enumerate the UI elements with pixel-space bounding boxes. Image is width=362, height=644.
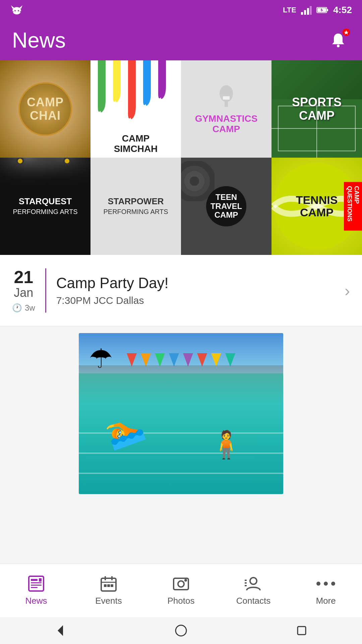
svg-rect-48: [111, 584, 113, 587]
nav-photos-label: Photos: [168, 596, 195, 606]
nav-item-contacts[interactable]: Contacts: [217, 575, 290, 606]
nav-news-label: News: [25, 596, 47, 606]
bottom-nav: News Events Photos Contacts: [0, 564, 362, 617]
starquest-cell[interactable]: STARQUESTPERFORMING ARTS: [0, 158, 90, 255]
svg-rect-19: [225, 100, 228, 107]
svg-rect-37: [31, 579, 38, 581]
flag-1: [127, 353, 137, 367]
back-button[interactable]: [50, 621, 70, 641]
camp-simchah-cell[interactable]: CAMPSIMCHAH: [90, 60, 181, 158]
status-left: [10, 3, 23, 17]
news-icon: [27, 575, 45, 592]
svg-point-4: [18, 10, 19, 11]
gymnastics-icon: [213, 84, 240, 110]
camp-questions-tab[interactable]: CAMP QUESTIONS: [344, 182, 362, 231]
event-detail-arrow[interactable]: ›: [345, 281, 350, 300]
flag-6: [197, 353, 207, 367]
svg-rect-53: [245, 580, 247, 581]
svg-marker-1: [11, 5, 14, 9]
gymnastics-camp-cell[interactable]: GYMNASTICSCAMP: [181, 60, 272, 158]
flag-2: [141, 353, 151, 367]
clock-display: 4:52: [333, 5, 352, 15]
svg-rect-10: [304, 10, 306, 15]
event-age-info: 🕐 3w: [12, 303, 35, 313]
svg-rect-12: [310, 6, 312, 15]
header: News: [0, 20, 362, 60]
flag-5: [183, 353, 193, 367]
event-title: Camp Party Day!: [56, 275, 335, 291]
event-card[interactable]: 21 Jan 🕐 3w Camp Party Day! 7:30PM JCC D…: [0, 255, 362, 326]
gymnastics-camp-label: GYMNASTICSCAMP: [195, 114, 258, 135]
nav-more-label: More: [316, 596, 336, 606]
svg-rect-11: [307, 8, 309, 15]
tennis-camp-cell[interactable]: TENNISCAMP CAMP QUESTIONS: [272, 158, 362, 255]
lte-icon: LTE: [283, 6, 296, 14]
sports-camp-cell[interactable]: SPORTSCAMP: [272, 60, 362, 158]
flag-4: [169, 353, 179, 367]
svg-rect-38: [31, 582, 42, 583]
starpower-label: STARPOWERPERFORMING ARTS: [104, 197, 168, 216]
svg-rect-21: [223, 98, 230, 100]
event-location: 7:30PM JCC Dallas: [56, 295, 335, 306]
teen-travel-cell[interactable]: TEENTRAVELCAMP: [181, 158, 272, 255]
cat-icon: [10, 3, 23, 17]
svg-rect-14: [327, 9, 328, 11]
svg-rect-58: [298, 627, 306, 635]
event-time-ago: 3w: [25, 303, 35, 313]
nav-item-news[interactable]: News: [0, 575, 72, 606]
standing-person-icon: 🧍: [209, 429, 243, 461]
camp-simchah-label: CAMPSIMCHAH: [114, 133, 158, 154]
recents-icon: [295, 624, 308, 637]
notification-badge: [343, 29, 350, 36]
signal-icon: [301, 5, 312, 15]
status-icons: LTE 4:52: [283, 5, 352, 15]
svg-rect-40: [31, 587, 38, 588]
flag-3: [155, 353, 165, 367]
svg-rect-54: [245, 582, 247, 584]
svg-rect-39: [31, 585, 42, 586]
svg-point-16: [337, 45, 340, 47]
svg-point-3: [14, 10, 16, 11]
bleachers: [79, 365, 283, 406]
svg-rect-47: [107, 584, 110, 587]
recents-button[interactable]: [292, 621, 312, 641]
starquest-label: STARQUESTPERFORMING ARTS: [13, 197, 78, 216]
svg-rect-41: [39, 578, 42, 582]
tennis-camp-label: TENNISCAMP: [296, 194, 338, 219]
svg-marker-56: [58, 625, 63, 636]
events-icon: [100, 575, 117, 592]
camp-chai-label: CAMPCHAI: [27, 96, 64, 122]
svg-marker-17: [344, 30, 349, 35]
event-info: Camp Party Day! 7:30PM JCC Dallas: [56, 275, 335, 306]
flag-7: [211, 353, 221, 367]
battery-icon: [316, 6, 328, 14]
nav-item-more[interactable]: More: [290, 575, 362, 606]
contacts-icon: [245, 575, 262, 592]
camp-chai-cell[interactable]: CAMPCHAI: [0, 60, 90, 158]
status-bar: LTE 4:52: [0, 0, 362, 20]
starpower-cell[interactable]: STARPOWERPERFORMING ARTS: [90, 158, 181, 255]
camp-grid: CAMPCHAI CAMPSIMCHAH: [0, 60, 362, 255]
nav-item-photos[interactable]: Photos: [145, 575, 217, 606]
photos-icon: [172, 575, 190, 592]
teen-travel-label: TEENTRAVELCAMP: [210, 193, 242, 219]
nav-item-events[interactable]: Events: [72, 575, 145, 606]
svg-rect-20: [223, 96, 230, 98]
clock-icon: 🕐: [12, 303, 22, 313]
sports-camp-label: SPORTSCAMP: [292, 96, 342, 122]
svg-rect-55: [245, 585, 247, 586]
svg-point-29: [18, 159, 22, 163]
page-title: News: [12, 28, 66, 53]
system-nav: [0, 617, 362, 644]
home-icon: [174, 624, 188, 637]
notifications-button[interactable]: [326, 29, 350, 52]
more-dots-icon: [316, 575, 335, 592]
nav-events-label: Events: [95, 596, 122, 606]
flag-8: [225, 353, 235, 367]
home-button[interactable]: [171, 621, 191, 641]
svg-point-57: [176, 625, 186, 636]
pool-image: ☂ 🏊 🧍: [79, 333, 283, 494]
svg-point-52: [250, 578, 257, 584]
pool-image-container: ☂ 🏊 🧍: [0, 326, 362, 501]
pool-lane-2: [79, 452, 283, 454]
